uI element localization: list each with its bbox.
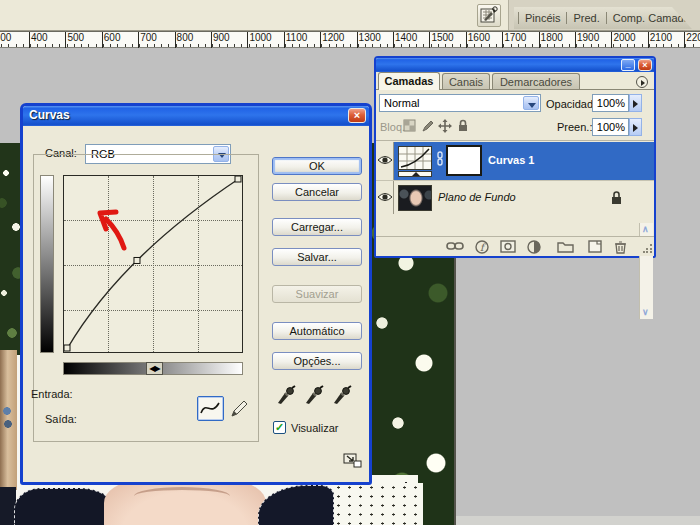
lock-all-icon[interactable]: [456, 119, 470, 133]
tab-canais[interactable]: Canais: [442, 73, 490, 90]
ruler-tick-label: 1100: [286, 32, 308, 43]
ruler-tick-label: 2100: [650, 32, 672, 43]
curve-graph[interactable]: [63, 175, 243, 353]
palette-well: Pincéis Pred. Comp. Camada: [508, 0, 700, 30]
lock-transparency-icon[interactable]: [403, 119, 417, 133]
fill-value[interactable]: 100%: [592, 118, 629, 136]
chevron-down-icon: [528, 103, 536, 108]
palette-close-button[interactable]: ×: [638, 59, 652, 71]
preview-label: Visualizar: [291, 422, 339, 434]
layers-palette: _ × Camadas Canais Demarcadores Normal O…: [374, 56, 656, 258]
white-point-eyedropper-icon[interactable]: [331, 385, 355, 407]
pencil-icon: [228, 398, 250, 420]
output-gradient-bar: [40, 175, 54, 353]
layer-row-curvas-1[interactable]: Curvas 1: [376, 142, 654, 180]
ruler-tick-label: 800: [177, 32, 194, 43]
ok-button[interactable]: OK: [272, 157, 362, 175]
palette-bottom-bar: f: [376, 236, 654, 256]
curve-tool-icon: [198, 397, 223, 420]
ruler-tick-label: 2000: [613, 32, 635, 43]
ruler-tick-label: 1200: [322, 32, 344, 43]
ruler-tick: [648, 32, 649, 48]
ruler-tick-label: 1500: [431, 32, 453, 43]
curves-adjustment-thumbnail[interactable]: [398, 146, 432, 170]
ruler-tick: [393, 32, 394, 48]
well-tab-pred[interactable]: Pred.: [566, 12, 605, 24]
tree-trunk-left: [0, 350, 17, 490]
ruler-tick-label: 1400: [395, 32, 417, 43]
pencil-tool-button[interactable]: [228, 398, 250, 420]
visibility-cell[interactable]: [376, 181, 394, 214]
new-layer-icon[interactable]: [588, 240, 602, 253]
preview-checkbox[interactable]: ✓: [273, 421, 286, 434]
layer-row-plano-de-fundo[interactable]: Plano de Fundo: [376, 180, 654, 214]
output-label: Saída:: [45, 413, 77, 425]
curves-dialog-titlebar[interactable]: Curvas ×: [23, 106, 369, 126]
scroll-up-icon[interactable]: ∧: [642, 225, 651, 234]
lock-paint-icon[interactable]: [421, 119, 435, 133]
ruler-tick: [247, 32, 248, 48]
ruler-tick: [466, 32, 467, 48]
delete-layer-icon[interactable]: [614, 240, 627, 254]
blend-mode-select[interactable]: Normal: [379, 94, 541, 112]
curve-point-tool-button[interactable]: [197, 396, 224, 421]
new-group-icon[interactable]: [557, 240, 574, 253]
ruler-tick-label: 1300: [359, 32, 381, 43]
eye-icon[interactable]: [377, 191, 393, 203]
gray-point-eyedropper-icon[interactable]: [303, 385, 327, 407]
layer-name[interactable]: Curvas 1: [488, 154, 534, 166]
gradient-midpoint-marker[interactable]: ◀▶: [146, 362, 163, 375]
layers-list: Curvas 1 Plano de Fundo ∧ ∨: [376, 140, 654, 236]
ruler-tick: [284, 32, 285, 48]
ruler-tick: [138, 32, 139, 48]
options-bar: Pincéis Pred. Comp. Camada: [0, 0, 700, 31]
ruler-tick: [29, 32, 30, 48]
palette-resize-grip[interactable]: [643, 243, 653, 253]
add-mask-icon[interactable]: [500, 240, 516, 253]
ruler-tick-label: 1900: [577, 32, 599, 43]
cancel-button[interactable]: Cancelar: [272, 183, 362, 201]
link-layers-icon[interactable]: [446, 240, 464, 252]
link-mask-icon[interactable]: [436, 151, 444, 167]
ruler-tick-label: 1600: [468, 32, 490, 43]
load-button[interactable]: Carregar...: [272, 218, 362, 236]
opacity-spinner-button[interactable]: [629, 94, 642, 112]
scroll-down-icon[interactable]: ∨: [642, 308, 651, 317]
ruler-tick: [502, 32, 503, 48]
brush-file-button[interactable]: [477, 4, 501, 27]
palette-menu-button[interactable]: [636, 76, 648, 88]
toggle-size-icon[interactable]: [343, 452, 363, 469]
input-gradient-bar: ◀▶: [63, 362, 243, 375]
tab-camadas[interactable]: Camadas: [378, 72, 440, 90]
ruler-tick: [211, 32, 212, 48]
well-tab-pinceis[interactable]: Pincéis: [518, 12, 566, 24]
save-button[interactable]: Salvar...: [272, 248, 362, 266]
minimize-button[interactable]: _: [621, 59, 635, 71]
ruler-tick-label: 1800: [541, 32, 563, 43]
black-point-eyedropper-icon[interactable]: [275, 385, 299, 407]
ruler-tick-label: 2200: [686, 32, 700, 43]
ruler-tick: [65, 32, 66, 48]
new-adjustment-layer-icon[interactable]: [527, 240, 542, 254]
layers-palette-titlebar[interactable]: _ ×: [376, 58, 654, 72]
visibility-cell[interactable]: [376, 142, 394, 180]
layer-style-icon[interactable]: f: [475, 240, 490, 254]
blend-mode-dropdown-button[interactable]: [523, 96, 539, 110]
opacity-value[interactable]: 100%: [592, 94, 629, 112]
tab-demarcadores[interactable]: Demarcadores: [492, 73, 580, 90]
curves-close-button[interactable]: ×: [348, 108, 366, 123]
eye-icon[interactable]: [377, 154, 393, 166]
layer-mask-thumbnail[interactable]: [446, 145, 482, 176]
red-annotation-arrow: [64, 176, 242, 352]
lock-move-icon[interactable]: [438, 119, 452, 133]
auto-button[interactable]: Automático: [272, 322, 362, 340]
well-tab-comp-camada[interactable]: Comp. Camada: [606, 12, 696, 24]
photoshop-screen: Pincéis Pred. Comp. Camada 3004005006007…: [0, 0, 700, 525]
ruler-tick: [320, 32, 321, 48]
chin-shadow: [134, 487, 230, 505]
background-layer-thumbnail[interactable]: [398, 185, 432, 211]
layer-name[interactable]: Plano de Fundo: [438, 191, 516, 203]
fill-spinner-button[interactable]: [629, 118, 642, 136]
options-button[interactable]: Opções...: [272, 352, 362, 370]
smooth-button: Suavizar: [272, 285, 362, 303]
